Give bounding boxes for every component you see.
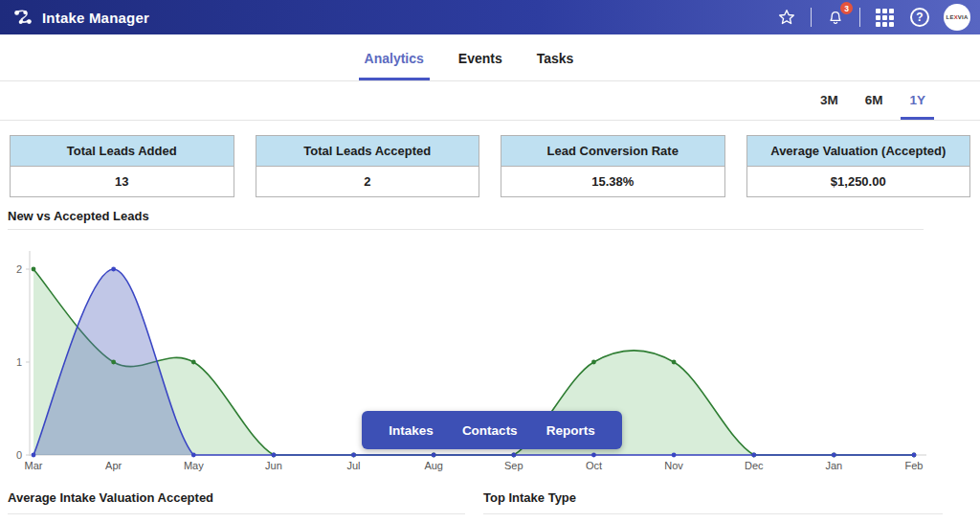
- brand: Intake Manager: [11, 6, 149, 29]
- header-divider: [859, 8, 860, 27]
- x-tick-label: Nov: [664, 460, 683, 471]
- stat-value: 15.38%: [501, 167, 724, 196]
- x-tick-label: Dec: [745, 460, 764, 471]
- data-point: [832, 453, 836, 458]
- time-range-selector: 3M 6M 1Y: [0, 81, 980, 121]
- stat-value: $1,250.00: [747, 167, 970, 196]
- data-point: [672, 453, 677, 458]
- nav-reports[interactable]: Reports: [546, 423, 595, 438]
- apps-grid-icon[interactable]: [873, 6, 896, 29]
- stat-label: Total Leads Accepted: [256, 136, 479, 167]
- data-point: [111, 360, 116, 365]
- stat-card-total-leads-accepted: Total Leads Accepted 2: [256, 135, 480, 197]
- favorites-star-icon[interactable]: [775, 6, 798, 29]
- x-tick-label: May: [184, 460, 204, 471]
- bottom-sections: Average Intake Valuation Accepted Top In…: [0, 490, 980, 514]
- app-logo-icon: [11, 6, 34, 29]
- data-point: [751, 453, 756, 458]
- chart-section-title: New vs Accepted Leads: [0, 209, 980, 223]
- data-point: [511, 453, 516, 458]
- x-tick-label: Sep: [504, 460, 523, 471]
- x-tick-label: Apr: [105, 460, 122, 471]
- x-tick-label: Jan: [825, 460, 842, 471]
- top-intake-type-section: Top Intake Type: [483, 490, 943, 514]
- data-point: [432, 453, 436, 458]
- section-divider: [8, 513, 465, 514]
- x-tick-label: Oct: [586, 460, 602, 471]
- data-point: [111, 267, 116, 272]
- y-tick-label: 0: [16, 449, 22, 461]
- app-header: Intake Manager 3 ? LEXVIA: [0, 0, 980, 34]
- data-point: [591, 453, 596, 458]
- notifications-bell-icon[interactable]: 3: [824, 6, 847, 29]
- stat-card-average-valuation: Average Valuation (Accepted) $1,250.00: [746, 135, 971, 197]
- range-6m[interactable]: 6M: [857, 93, 892, 120]
- top-intake-type-title: Top Intake Type: [483, 490, 943, 505]
- data-point: [32, 453, 36, 458]
- x-tick-label: Aug: [424, 460, 443, 471]
- range-3m[interactable]: 3M: [812, 93, 847, 120]
- stat-value: 2: [256, 167, 479, 196]
- help-icon[interactable]: ?: [908, 6, 931, 29]
- notification-badge: 3: [840, 2, 853, 14]
- stat-label: Lead Conversion Rate: [501, 136, 724, 167]
- x-tick-label: Jun: [265, 460, 282, 471]
- section-divider: [483, 513, 943, 514]
- stat-label: Total Leads Added: [11, 136, 234, 167]
- x-tick-label: Mar: [25, 460, 43, 471]
- header-divider: [811, 8, 812, 27]
- data-point: [32, 267, 36, 272]
- avg-intake-valuation-title: Average Intake Valuation Accepted: [8, 490, 465, 505]
- nav-intakes[interactable]: Intakes: [389, 423, 434, 438]
- data-point: [191, 360, 196, 365]
- data-point: [672, 360, 677, 365]
- data-point: [272, 453, 277, 458]
- tab-analytics[interactable]: Analytics: [359, 51, 430, 80]
- avg-intake-valuation-section: Average Intake Valuation Accepted: [8, 490, 465, 514]
- header-actions: 3 ? LEXVIA: [775, 4, 970, 31]
- data-point: [351, 453, 356, 458]
- stats-row: Total Leads Added 13 Total Leads Accepte…: [0, 135, 980, 197]
- stat-value: 13: [11, 167, 234, 196]
- floating-nav-bar: Intakes Contacts Reports: [362, 411, 622, 449]
- data-point: [591, 360, 596, 365]
- main-tabs: Analytics Events Tasks: [0, 34, 980, 81]
- x-tick-label: Feb: [905, 460, 924, 471]
- nav-contacts[interactable]: Contacts: [462, 423, 518, 438]
- data-point: [912, 453, 917, 458]
- stat-card-total-leads-added: Total Leads Added 13: [10, 135, 234, 197]
- data-point: [191, 453, 196, 458]
- app-title: Intake Manager: [42, 10, 149, 26]
- section-divider: [8, 229, 924, 230]
- user-avatar[interactable]: LEXVIA: [944, 4, 970, 31]
- y-tick-label: 2: [16, 263, 22, 275]
- stat-card-lead-conversion-rate: Lead Conversion Rate 15.38%: [501, 135, 725, 197]
- stat-label: Average Valuation (Accepted): [747, 136, 970, 167]
- tab-tasks[interactable]: Tasks: [531, 51, 580, 80]
- tab-events[interactable]: Events: [453, 51, 508, 80]
- range-1y[interactable]: 1Y: [901, 93, 934, 120]
- y-tick-label: 1: [16, 356, 22, 368]
- x-tick-label: Jul: [347, 460, 361, 471]
